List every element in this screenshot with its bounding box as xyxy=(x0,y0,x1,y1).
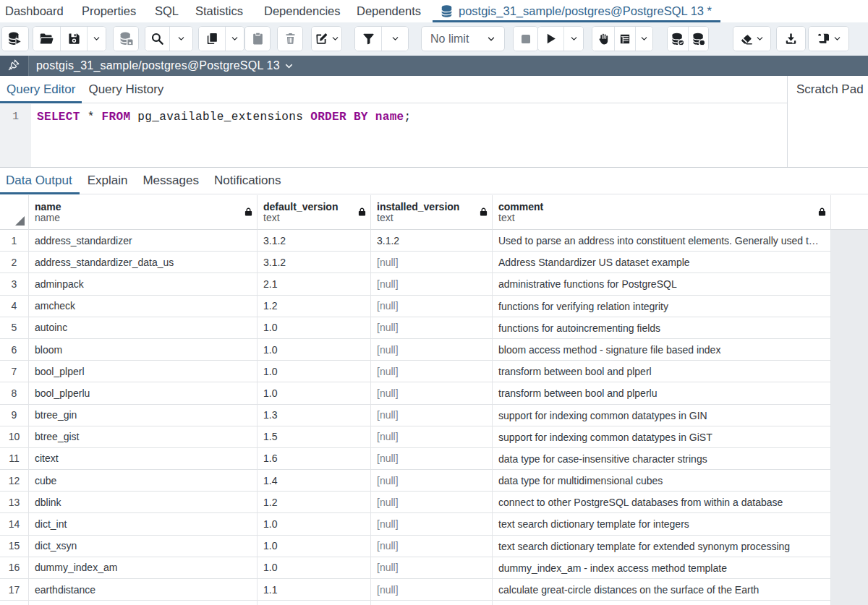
macros-button[interactable] xyxy=(809,27,848,51)
execute-query-button[interactable] xyxy=(538,27,563,51)
cell-name[interactable]: bloom xyxy=(29,339,258,361)
tab-query-tool-active[interactable]: postgis_31_sample/postgres@PostgreSQL 13… xyxy=(433,0,720,22)
column-header-name[interactable]: namename xyxy=(29,195,258,230)
edit-menu-button[interactable] xyxy=(312,27,341,51)
tab-sql[interactable]: SQL xyxy=(147,0,187,22)
row-number[interactable]: 10 xyxy=(0,426,29,448)
cell-default_version[interactable]: 1.0 xyxy=(258,317,371,339)
row-number[interactable]: 16 xyxy=(0,557,29,579)
cell-default_version[interactable]: 1.0 xyxy=(258,382,371,404)
connection-status-button[interactable] xyxy=(0,56,29,76)
cell-comment[interactable]: bloom access method - signature file bas… xyxy=(493,339,831,361)
find-menu-button[interactable] xyxy=(169,27,192,51)
save-file-menu-button[interactable] xyxy=(87,27,106,51)
save-data-changes-button[interactable] xyxy=(114,27,138,51)
cell-name[interactable]: address_standardizer_data_us xyxy=(29,252,258,273)
copy-button[interactable] xyxy=(199,27,225,51)
tab-data-output[interactable]: Data Output xyxy=(0,168,80,194)
cell-name[interactable]: address_standardizer xyxy=(29,230,258,252)
rollback-button[interactable] xyxy=(688,27,708,51)
cell-installed_version[interactable]: [null] xyxy=(371,513,493,535)
cell-comment[interactable]: text search dictionary template for exte… xyxy=(493,536,831,557)
cell-installed_version[interactable]: [null] xyxy=(371,470,493,492)
cell-name[interactable]: bool_plperlu xyxy=(29,382,258,404)
cell-default_version[interactable]: 1.0 xyxy=(258,536,371,557)
cell-comment[interactable]: data type for multidimensional cubes xyxy=(493,470,831,492)
cell-installed_version[interactable]: [null] xyxy=(371,405,493,426)
sql-query-text[interactable]: SELECT * FROM pg_available_extensions OR… xyxy=(31,104,412,167)
tab-explain[interactable]: Explain xyxy=(80,168,135,194)
cell-default_version[interactable]: 1.4 xyxy=(258,470,371,492)
cell-installed_version[interactable]: [null] xyxy=(371,296,493,317)
cell-installed_version[interactable]: [null] xyxy=(371,557,493,579)
cell-name[interactable]: adminpack xyxy=(29,273,258,295)
row-number[interactable]: 2 xyxy=(0,252,29,273)
row-number[interactable]: 1 xyxy=(0,230,29,252)
explain-settings-button[interactable] xyxy=(635,27,652,51)
cell-installed_version[interactable]: [null] xyxy=(371,448,493,470)
tab-notifications[interactable]: Notifications xyxy=(206,168,289,194)
tab-statistics[interactable]: Statistics xyxy=(187,0,251,22)
cell-comment[interactable]: functions for autoincrementing fields xyxy=(493,317,831,339)
row-number[interactable]: 12 xyxy=(0,470,29,492)
cell-default_version[interactable]: 1.2 xyxy=(258,296,371,317)
cell-installed_version[interactable]: [null] xyxy=(371,339,493,361)
cell-installed_version[interactable]: [null] xyxy=(371,579,493,601)
cell-name[interactable]: amcheck xyxy=(29,296,258,317)
tab-query-history[interactable]: Query History xyxy=(82,76,170,103)
explain-analyze-button[interactable] xyxy=(614,27,635,51)
save-file-button[interactable] xyxy=(60,27,87,51)
cell-name[interactable]: earthdistance xyxy=(29,579,258,601)
cell-name[interactable]: dummy_index_am xyxy=(29,557,258,579)
cell-installed_version[interactable]: 3.1.2 xyxy=(371,230,493,252)
row-number[interactable]: 4 xyxy=(0,296,29,317)
open-file-button[interactable] xyxy=(33,27,60,51)
cell-name[interactable]: dblink xyxy=(29,492,258,513)
row-number[interactable]: 14 xyxy=(0,513,29,535)
connection-label[interactable]: postgis_31_sample/postgres@PostgreSQL 13 xyxy=(36,59,280,72)
cell-installed_version[interactable]: [null] xyxy=(371,492,493,513)
cell-default_version[interactable]: 1.5 xyxy=(258,426,371,448)
cell-comment[interactable]: data type for case-insensitive character… xyxy=(493,448,831,470)
cell-name[interactable]: dict_int xyxy=(29,513,258,535)
cell-comment[interactable]: administrative functions for PostgreSQL xyxy=(493,273,831,295)
connection-chevron-down-icon[interactable] xyxy=(284,61,294,71)
copy-menu-button[interactable] xyxy=(225,27,244,51)
cell-default_version[interactable]: 1.3 xyxy=(258,405,371,426)
cell-comment[interactable]: Address Standardizer US dataset example xyxy=(493,252,831,273)
cell-installed_version[interactable]: [null] xyxy=(371,426,493,448)
explain-button[interactable] xyxy=(592,27,614,51)
execute-options-button[interactable] xyxy=(563,27,583,51)
scratch-pad-area[interactable] xyxy=(788,103,868,167)
sql-code-area[interactable]: 1 SELECT * FROM pg_available_extensions … xyxy=(0,104,787,167)
clear-button[interactable] xyxy=(733,27,770,51)
cell-name[interactable]: citext xyxy=(29,448,258,470)
cell-default_version[interactable]: 1.0 xyxy=(258,557,371,579)
column-header-comment[interactable]: commenttext xyxy=(493,195,831,230)
cell-installed_version[interactable]: [null] xyxy=(371,382,493,404)
delete-button[interactable] xyxy=(278,27,302,51)
cell-name[interactable]: btree_gist xyxy=(29,426,258,448)
cell-default_version[interactable]: 3.1.2 xyxy=(258,230,371,252)
cell-default_version[interactable]: 1.1 xyxy=(258,579,371,601)
row-number[interactable]: 6 xyxy=(0,339,29,361)
cell-installed_version[interactable]: [null] xyxy=(371,273,493,295)
tab-properties[interactable]: Properties xyxy=(74,0,144,22)
open-query-tool-button[interactable] xyxy=(2,27,28,51)
cell-name[interactable]: autoinc xyxy=(29,317,258,339)
paste-button[interactable] xyxy=(245,27,270,51)
cell-comment[interactable]: transform between bool and plperl xyxy=(493,361,831,382)
row-number[interactable]: 11 xyxy=(0,448,29,470)
row-number[interactable]: 5 xyxy=(0,317,29,339)
cell-installed_version[interactable]: [null] xyxy=(371,536,493,557)
commit-button[interactable] xyxy=(668,27,688,51)
row-number[interactable]: 17 xyxy=(0,579,29,601)
cell-installed_version[interactable]: [null] xyxy=(371,252,493,273)
cancel-query-button[interactable] xyxy=(514,27,537,51)
row-number[interactable]: 13 xyxy=(0,492,29,513)
filter-button[interactable] xyxy=(355,27,381,51)
cell-installed_version[interactable]: [null] xyxy=(371,317,493,339)
cell-default_version[interactable]: 2.1 xyxy=(258,273,371,295)
cell-comment[interactable]: transform between bool and plperlu xyxy=(493,382,831,404)
row-number[interactable]: 8 xyxy=(0,382,29,404)
